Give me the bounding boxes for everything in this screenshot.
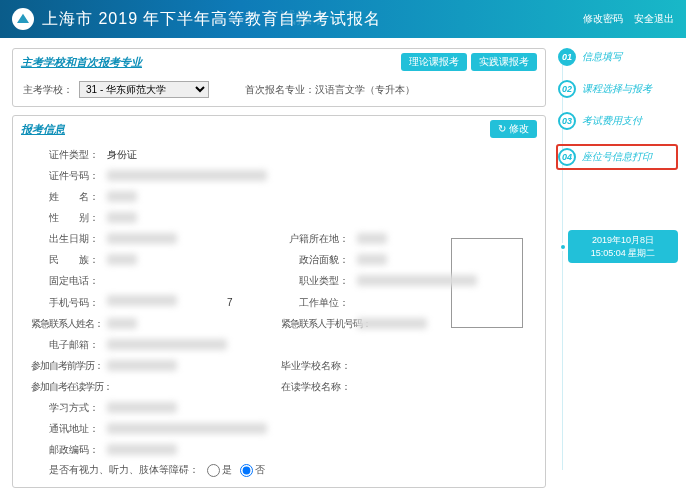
contact-tel-label: 紧急联系人手机号码 <box>281 317 353 331</box>
timestamp-badge: 2019年10月8日 15:05:04 星期二 <box>568 230 678 263</box>
disability-yes[interactable]: 是 <box>207 463 232 477</box>
gender-value <box>107 212 527 225</box>
post-label: 邮政编码 <box>31 443 103 457</box>
birth-value <box>107 233 277 246</box>
addr-label: 通讯地址 <box>31 422 103 436</box>
info-card: 报考信息 修改 证件类型 身份证 证件号码 姓 名 性 别 出生日期 <box>12 115 546 488</box>
change-password-link[interactable]: 修改密码 <box>583 13 623 24</box>
step-1-text: 信息填写 <box>582 50 622 64</box>
huji-value <box>357 233 527 246</box>
pre-edu-label: 参加自考前学历 <box>31 359 103 373</box>
pre-edu-value <box>107 360 277 373</box>
logout-link[interactable]: 安全退出 <box>634 13 674 24</box>
step-2[interactable]: 02 课程选择与报考 <box>558 80 678 98</box>
theory-exam-button[interactable]: 理论课报考 <box>401 53 467 71</box>
id-no-label: 证件号码 <box>31 169 103 183</box>
logo-icon <box>12 8 34 30</box>
first-major-label: 首次报名专业：汉语言文学（专升本） <box>245 83 415 97</box>
card1-title: 主考学校和首次报考专业 <box>21 55 142 70</box>
political-label: 政治面貌 <box>281 253 353 267</box>
step-3-num: 03 <box>558 112 576 130</box>
disability-question: 是否有视力、听力、肢体等障碍： <box>49 463 199 477</box>
email-value <box>107 339 527 352</box>
political-value <box>357 254 527 267</box>
header-ghost-text: 试报名 <box>280 8 328 29</box>
huji-label: 户籍所在地 <box>281 232 353 246</box>
tel-label: 固定电话 <box>31 274 103 288</box>
page-title: 上海市 2019 年下半年高等教育自学考试报名 <box>42 9 381 30</box>
school-select[interactable]: 31 - 华东师范大学 <box>79 81 209 98</box>
job-label: 职业类型 <box>281 274 353 288</box>
modify-button[interactable]: 修改 <box>490 120 537 138</box>
practice-exam-button[interactable]: 实践课报考 <box>471 53 537 71</box>
info-grid: 证件类型 身份证 证件号码 姓 名 性 别 出生日期 户籍所在地 民 族 政治面… <box>31 148 527 457</box>
work-label: 工作单位 <box>281 296 353 310</box>
in-school-label: 在读学校名称 <box>281 380 353 394</box>
mobile-value: 7 <box>107 295 277 310</box>
name-label: 姓 名 <box>31 190 103 204</box>
id-no-value <box>107 170 527 183</box>
gender-label: 性 别 <box>31 211 103 225</box>
school-label: 主考学校： <box>23 83 73 97</box>
step-4-text: 座位号信息打印 <box>582 150 652 164</box>
step-3[interactable]: 03 考试费用支付 <box>558 112 678 130</box>
side-timeline: 01 信息填写 02 课程选择与报考 03 考试费用支付 04 座位号信息打印 … <box>558 38 686 500</box>
job-value <box>357 275 527 288</box>
addr-value <box>107 423 527 436</box>
header-actions: 修改密码 安全退出 <box>575 12 674 26</box>
study-mode-label: 学习方式 <box>31 401 103 415</box>
study-mode-value <box>107 402 527 415</box>
timestamp-date: 2019年10月8日 <box>574 234 672 247</box>
id-type-value: 身份证 <box>107 148 527 162</box>
timestamp-time: 15:05:04 星期二 <box>574 247 672 260</box>
step-1[interactable]: 01 信息填写 <box>558 48 678 66</box>
contact-value <box>107 318 277 331</box>
email-label: 电子邮箱 <box>31 338 103 352</box>
school-major-card: 主考学校和首次报考专业 理论课报考 实践课报考 主考学校： 31 - 华东师范大… <box>12 48 546 107</box>
id-type-label: 证件类型 <box>31 148 103 162</box>
timestamp-dot <box>559 243 567 251</box>
main-content: 主考学校和首次报考专业 理论课报考 实践课报考 主考学校： 31 - 华东师范大… <box>0 38 558 500</box>
step-2-text: 课程选择与报考 <box>582 82 652 96</box>
nation-value <box>107 254 277 267</box>
contact-label: 紧急联系人姓名 <box>31 317 103 331</box>
step-4[interactable]: 04 座位号信息打印 <box>556 144 678 170</box>
step-4-num: 04 <box>558 148 576 166</box>
contact-tel-value <box>357 318 527 331</box>
app-header: 上海市 2019 年下半年高等教育自学考试报名 试报名 修改密码 安全退出 <box>0 0 686 38</box>
grad-school-label: 毕业学校名称 <box>281 359 353 373</box>
name-value <box>107 191 527 204</box>
in-edu-label: 参加自考在读学历 <box>31 380 103 394</box>
mobile-label: 手机号码 <box>31 296 103 310</box>
step-1-num: 01 <box>558 48 576 66</box>
birth-label: 出生日期 <box>31 232 103 246</box>
step-2-num: 02 <box>558 80 576 98</box>
disability-question-row: 是否有视力、听力、肢体等障碍： 是 否 <box>31 463 527 477</box>
step-3-text: 考试费用支付 <box>582 114 642 128</box>
card2-title: 报考信息 <box>21 122 65 137</box>
nation-label: 民 族 <box>31 253 103 267</box>
disability-no[interactable]: 否 <box>240 463 265 477</box>
post-value <box>107 444 277 457</box>
